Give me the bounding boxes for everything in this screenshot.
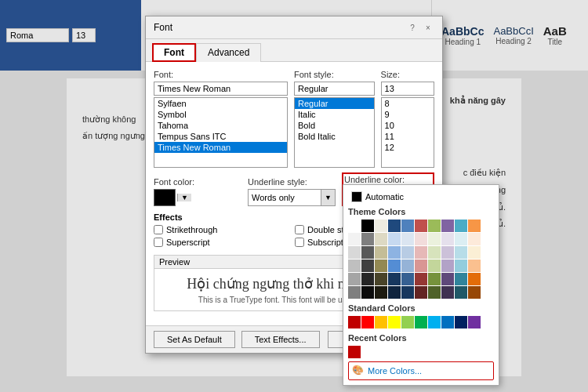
tab-font[interactable]: Font	[152, 43, 196, 62]
style-regular[interactable]: Regular	[295, 98, 374, 109]
theme-color-cell[interactable]	[401, 260, 414, 272]
theme-color-cell[interactable]	[441, 260, 454, 272]
subscript-checkbox[interactable]	[295, 238, 304, 247]
double-strikethrough-checkbox[interactable]	[295, 225, 304, 234]
font-style-list[interactable]: Regular Italic Bold Bold Italic	[294, 97, 375, 168]
font-list-item[interactable]: Tahoma	[154, 120, 287, 131]
standard-color-cell[interactable]	[348, 316, 361, 328]
standard-color-cell[interactable]	[388, 316, 401, 328]
theme-color-cell[interactable]	[375, 286, 387, 299]
font-name-list[interactable]: Sylfaen Symbol Tahoma Tempus Sans ITC Ti…	[154, 97, 288, 168]
theme-color-cell[interactable]	[468, 246, 481, 259]
theme-color-cell[interactable]	[428, 246, 441, 259]
font-style-input[interactable]	[294, 82, 375, 96]
standard-color-cell[interactable]	[468, 316, 481, 328]
theme-color-cell[interactable]	[348, 233, 361, 245]
theme-color-cell[interactable]	[468, 273, 481, 285]
theme-color-cell[interactable]	[388, 233, 401, 245]
theme-color-cell[interactable]	[388, 220, 401, 232]
theme-color-cell[interactable]	[361, 246, 374, 259]
theme-color-cell[interactable]	[401, 286, 414, 299]
superscript-checkbox[interactable]	[154, 238, 163, 247]
theme-color-cell[interactable]	[455, 233, 467, 245]
theme-color-cell[interactable]	[401, 220, 414, 232]
text-effects-button[interactable]: Text Effects...	[241, 331, 320, 348]
theme-color-cell[interactable]	[361, 286, 374, 299]
theme-color-cell[interactable]	[375, 246, 387, 259]
theme-color-cell[interactable]	[401, 273, 414, 285]
tab-advanced[interactable]: Advanced	[196, 43, 261, 62]
font-list-item[interactable]: Sylfaen	[154, 98, 287, 109]
strikethrough-checkbox[interactable]	[154, 225, 163, 234]
theme-color-cell[interactable]	[441, 286, 454, 299]
theme-color-cell[interactable]	[415, 260, 427, 272]
font-name-input[interactable]	[154, 82, 288, 96]
font-size-input[interactable]	[381, 82, 434, 96]
theme-color-cell[interactable]	[348, 246, 361, 259]
theme-color-cell[interactable]	[375, 233, 387, 245]
theme-color-cell[interactable]	[401, 246, 414, 259]
theme-color-cell[interactable]	[455, 260, 467, 272]
theme-color-cell[interactable]	[468, 260, 481, 272]
style-italic[interactable]: Italic	[295, 109, 374, 120]
theme-color-cell[interactable]	[415, 286, 427, 299]
size-12[interactable]: 12	[382, 142, 434, 153]
theme-color-cell[interactable]	[415, 220, 427, 232]
theme-color-cell[interactable]	[388, 273, 401, 285]
theme-color-cell[interactable]	[468, 233, 481, 245]
theme-color-cell[interactable]	[348, 273, 361, 285]
theme-color-cell[interactable]	[455, 273, 467, 285]
theme-color-cell[interactable]	[428, 233, 441, 245]
theme-color-cell[interactable]	[348, 286, 361, 299]
more-colors-row[interactable]: 🎨 More Colors...	[348, 361, 494, 380]
font-color-swatch[interactable]	[154, 189, 176, 206]
size-10[interactable]: 10	[382, 120, 434, 131]
recent-color-cell[interactable]	[348, 346, 361, 358]
style-bold-italic[interactable]: Bold Italic	[295, 131, 374, 142]
theme-color-cell[interactable]	[428, 220, 441, 232]
font-list-item[interactable]: Symbol	[154, 109, 287, 120]
standard-color-cell[interactable]	[455, 316, 467, 328]
theme-color-cell[interactable]	[468, 286, 481, 299]
theme-color-cell[interactable]	[375, 220, 387, 232]
help-button[interactable]: ?	[406, 21, 419, 34]
theme-color-cell[interactable]	[428, 286, 441, 299]
font-list-item-selected[interactable]: Times New Roman	[154, 142, 287, 153]
theme-color-cell[interactable]	[348, 260, 361, 272]
theme-color-cell[interactable]	[441, 246, 454, 259]
theme-color-cell[interactable]	[361, 233, 374, 245]
theme-color-cell[interactable]	[441, 273, 454, 285]
theme-color-cell[interactable]	[415, 246, 427, 259]
theme-color-cell[interactable]	[375, 273, 387, 285]
theme-color-cell[interactable]	[468, 220, 481, 232]
standard-color-cell[interactable]	[415, 316, 427, 328]
size-9[interactable]: 9	[382, 109, 434, 120]
font-size-list[interactable]: 8 9 10 11 12	[381, 97, 434, 168]
standard-color-cell[interactable]	[361, 316, 374, 328]
theme-color-cell[interactable]	[388, 286, 401, 299]
theme-color-cell[interactable]	[388, 246, 401, 259]
close-button[interactable]: ×	[422, 21, 434, 34]
standard-color-cell[interactable]	[441, 316, 454, 328]
style-bold[interactable]: Bold	[295, 120, 374, 131]
standard-color-cell[interactable]	[428, 316, 441, 328]
theme-color-cell[interactable]	[361, 273, 374, 285]
theme-color-cell[interactable]	[348, 220, 361, 232]
size-8[interactable]: 8	[382, 98, 434, 109]
theme-color-cell[interactable]	[441, 220, 454, 232]
theme-color-cell[interactable]	[361, 220, 374, 232]
theme-color-cell[interactable]	[428, 273, 441, 285]
theme-color-cell[interactable]	[455, 246, 467, 259]
theme-color-cell[interactable]	[375, 260, 387, 272]
theme-color-cell[interactable]	[455, 286, 467, 299]
standard-color-cell[interactable]	[375, 316, 387, 328]
theme-color-cell[interactable]	[455, 220, 467, 232]
theme-color-cell[interactable]	[441, 233, 454, 245]
underline-style-select[interactable]: Words only ▼	[248, 189, 336, 206]
standard-color-cell[interactable]	[401, 316, 414, 328]
underline-style-arrow[interactable]: ▼	[321, 190, 335, 205]
size-11[interactable]: 11	[382, 131, 434, 142]
font-list-item[interactable]: Tempus Sans ITC	[154, 131, 287, 142]
theme-color-cell[interactable]	[415, 273, 427, 285]
automatic-color-row[interactable]: Automatic	[348, 190, 494, 204]
